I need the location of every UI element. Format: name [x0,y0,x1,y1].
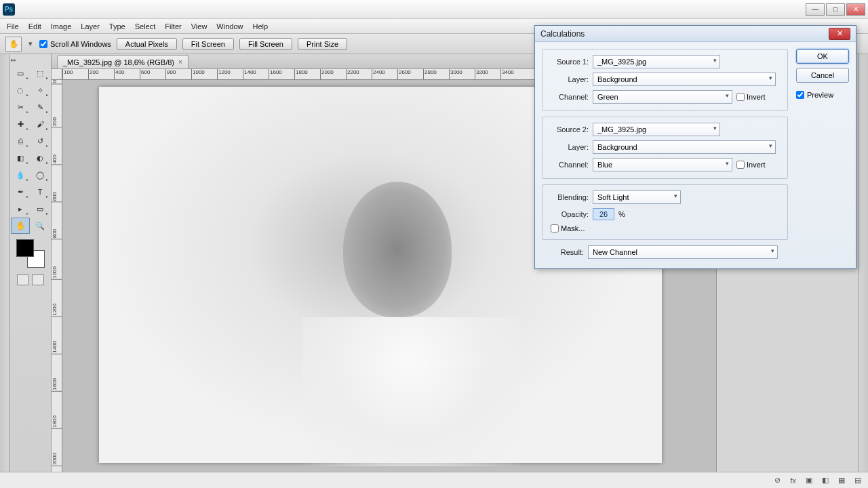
source1-invert-checkbox[interactable]: Invert [736,93,766,101]
mask-checkbox[interactable]: Mask... [551,224,585,232]
eraser-tool[interactable]: ◧▸ [11,150,30,166]
shape-tool[interactable]: ▭▸ [31,201,50,217]
dialog-close-button[interactable]: ✕ [829,28,850,40]
opacity-percent: % [618,210,625,218]
source1-channel-select[interactable]: Green [593,90,732,104]
menu-file[interactable]: File [7,22,19,30]
source1-invert-label: Invert [747,93,766,101]
tool-panel-collapse-icon[interactable]: ▸▸ [11,57,19,64]
menu-layer[interactable]: Layer [81,22,100,30]
result-select[interactable]: New Channel [588,245,778,259]
source2-file-select[interactable]: _MG_3925.jpg [593,123,720,136]
source1-channel-label: Channel: [548,93,589,101]
result-label: Result: [543,248,584,256]
status-icon[interactable]: fx [790,476,796,485]
scroll-all-windows-checkbox[interactable]: Scroll All Windows [39,40,111,48]
mask-input[interactable] [551,224,559,232]
ok-button[interactable]: OK [796,49,849,64]
opacity-label: Opacity: [548,210,589,218]
left-dock-strip[interactable] [0,54,9,488]
source2-layer-select[interactable]: Background [593,140,776,154]
menu-image[interactable]: Image [51,22,72,30]
source1-layer-select[interactable]: Background [593,73,776,86]
color-wells[interactable] [16,239,45,268]
foreground-color-well[interactable] [16,239,34,257]
zoom-tool[interactable]: 🔍 [31,218,50,234]
pen-tool[interactable]: ✒▸ [11,184,30,200]
menu-filter[interactable]: Filter [165,22,181,30]
eyedropper-tool[interactable]: ✎▸ [31,99,50,115]
path-tool[interactable]: ▸▸ [11,201,30,217]
source2-invert-checkbox[interactable]: Invert [736,161,766,169]
crop-tool[interactable]: ✂▸ [11,99,30,115]
gradient-tool[interactable]: ◐▸ [31,150,50,166]
lasso-tool[interactable]: ◌▸ [11,82,30,98]
source2-channel-label: Channel: [548,161,589,169]
preview-label: Preview [807,91,833,99]
menu-type[interactable]: Type [109,22,125,30]
source2-invert-label: Invert [747,161,766,169]
source1-invert-input[interactable] [736,93,745,101]
source1-layer-label: Layer: [548,75,589,83]
blending-select[interactable]: Soft Light [593,190,681,204]
menu-view[interactable]: View [191,22,208,30]
right-dock-strip[interactable] [859,54,868,488]
app-logo: Ps [3,3,15,16]
cancel-button[interactable]: Cancel [796,68,849,83]
maximize-button[interactable]: □ [826,3,845,16]
selection-tool[interactable]: ⬚▸ [31,65,50,81]
fill-screen-button[interactable]: Fill Screen [239,38,292,50]
healing-tool[interactable]: ✚▸ [11,116,30,132]
preview-input[interactable] [796,91,804,99]
screenmode-icon[interactable] [32,274,44,285]
menu-help[interactable]: Help [252,22,268,30]
source1-label: Source 1: [548,58,589,66]
status-icon[interactable]: ◧ [822,476,829,485]
tool-preset-dropdown[interactable]: ▾ [27,39,34,48]
source1-file-select[interactable]: _MG_3925.jpg [593,55,720,68]
stamp-tool[interactable]: ⎙▸ [11,133,30,149]
type-tool[interactable]: T▸ [31,184,50,200]
ruler-vertical[interactable]: 0200400600800100012001400160018002000 [52,80,62,473]
dialog-titlebar[interactable]: Calculations ✕ [535,26,856,42]
dodge-tool[interactable]: ◯▸ [31,167,50,183]
document-tab[interactable]: _MG_3925.jpg @ 18,6% (RGB/8) × [57,55,189,68]
blur-tool[interactable]: 💧▸ [11,167,30,183]
scroll-all-label: Scroll All Windows [50,40,111,48]
dialog-title: Calculations [540,29,585,39]
quickmask-icon[interactable] [17,274,29,285]
menu-window[interactable]: Window [216,22,243,30]
document-tab-close-icon[interactable]: × [178,58,182,66]
hand-tool-icon[interactable] [5,37,22,52]
status-icon[interactable]: ▦ [838,476,845,485]
blending-label: Blending: [548,193,589,201]
move-tool[interactable]: ▭▸ [11,65,30,81]
ruler-corner [52,69,62,80]
actual-pixels-button[interactable]: Actual Pixels [117,38,177,50]
status-icon[interactable]: ⊘ [774,476,781,485]
source1-group: Source 1: _MG_3925.jpg Layer: Background… [542,49,788,111]
hand-tool[interactable] [11,218,30,234]
magic-wand-tool[interactable]: ✧▸ [31,82,50,98]
close-button[interactable]: ✕ [846,3,865,16]
opacity-input[interactable] [593,208,614,220]
source2-channel-select[interactable]: Blue [593,158,732,171]
status-icon[interactable]: ▤ [854,476,861,485]
source2-invert-input[interactable] [736,161,745,169]
tool-panel: ▸▸ ▭▸ ⬚▸ ◌▸ ✧▸ ✂▸ ✎▸ ✚▸ 🖌▸ ⎙▸ ↺▸ ◧▸ ◐▸ 💧… [9,54,52,488]
document-tab-title: _MG_3925.jpg @ 18,6% (RGB/8) [63,58,174,66]
window-buttons: — □ ✕ [806,3,865,16]
history-brush-tool[interactable]: ↺▸ [31,133,50,149]
print-size-button[interactable]: Print Size [298,38,347,50]
fit-screen-button[interactable]: Fit Screen [182,38,234,50]
brush-tool[interactable]: 🖌▸ [31,116,50,132]
scroll-all-checkbox-input[interactable] [39,40,47,48]
preview-checkbox[interactable]: Preview [796,91,849,99]
status-icon[interactable]: ▣ [806,476,812,485]
titlebar: Ps — □ ✕ [0,0,868,19]
mask-label: Mask... [561,224,585,232]
source2-group: Source 2: _MG_3925.jpg Layer: Background… [542,117,788,179]
menu-edit[interactable]: Edit [28,22,41,30]
minimize-button[interactable]: — [806,3,825,16]
menu-select[interactable]: Select [135,22,156,30]
